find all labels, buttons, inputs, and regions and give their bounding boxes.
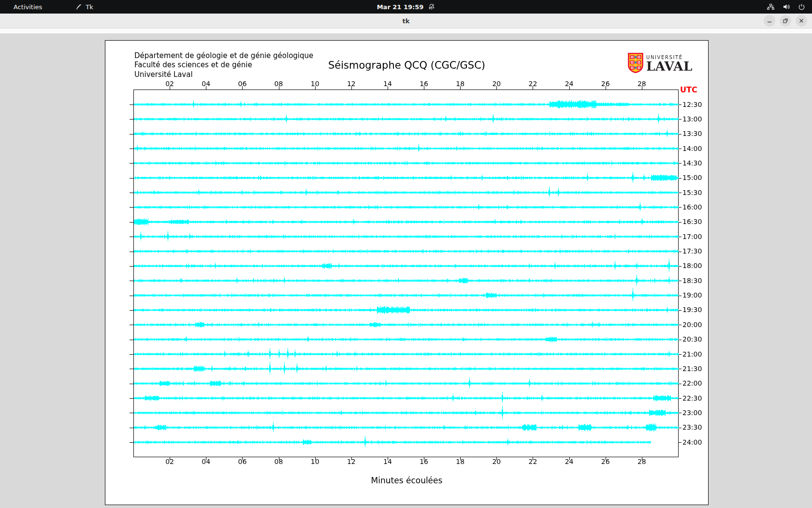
top-axis-tick-label: 24 — [565, 80, 574, 88]
right-axis-time-label: 20:30 — [682, 335, 702, 343]
top-axis-tick-label: 04 — [202, 80, 210, 88]
tk-window-body: Département de géologie et de génie géol… — [0, 29, 812, 508]
system-status-area[interactable]: ? — [767, 0, 805, 14]
bottom-axis-tick-label: 20 — [492, 458, 501, 465]
top-axis-tick-label: 12 — [347, 80, 356, 88]
top-axis-tick-label: 18 — [456, 80, 464, 88]
bottom-axis-tick-label: 10 — [311, 458, 319, 465]
right-axis-time-label: 18:00 — [682, 262, 702, 269]
top-axis-tick-label: 16 — [420, 80, 428, 88]
right-axis-time-label: 21:00 — [682, 350, 702, 358]
right-axis-time-label: 23:30 — [682, 423, 702, 431]
right-axis-time-label: 15:30 — [682, 189, 702, 196]
laval-wordmark: UNIVERSITÉ LAVAL — [646, 53, 693, 73]
window-controls — [764, 15, 807, 27]
restore-button[interactable] — [780, 15, 791, 27]
minimize-button[interactable] — [764, 15, 775, 27]
bottom-axis-tick-label: 14 — [383, 458, 392, 465]
right-axis-time-label: 22:30 — [682, 394, 702, 402]
laval-shield-icon — [628, 53, 643, 75]
x-axis-title: Minutes écoulées — [105, 476, 708, 485]
right-axis-time-label: 19:00 — [682, 291, 702, 299]
bottom-axis-tick-label: 06 — [238, 458, 246, 465]
bottom-axis-tick-label: 26 — [601, 458, 610, 465]
right-axis-time-label: 12:30 — [682, 101, 702, 108]
volume-icon — [783, 3, 790, 11]
window-title: tk — [0, 14, 812, 29]
svg-text:?: ? — [772, 5, 774, 9]
right-axis-time-label: 18:30 — [682, 277, 702, 284]
top-axis-tick-label: 10 — [311, 80, 319, 88]
right-axis-time-label: 23:00 — [682, 409, 702, 417]
top-axis-tick-label: 06 — [238, 80, 246, 88]
right-axis-time-label: 17:00 — [682, 233, 702, 240]
top-axis-tick-label: 22 — [529, 80, 537, 88]
seismograph-canvas: Département de géologie et de génie géol… — [105, 40, 709, 505]
right-axis-time-label: 19:30 — [682, 306, 702, 314]
clock-text: Mar 21 19:59 — [377, 3, 424, 11]
right-axis-time-label: 16:00 — [682, 203, 702, 211]
top-axis-tick-label: 26 — [601, 80, 610, 88]
right-axis-time-label: 24:00 — [682, 438, 702, 446]
right-axis-time-label: 14:00 — [682, 145, 702, 152]
bottom-axis-tick-label: 28 — [638, 458, 646, 465]
top-axis-tick-label: 14 — [383, 80, 392, 88]
top-axis-tick-label: 02 — [165, 80, 174, 88]
network-icon: ? — [767, 3, 775, 11]
right-axis-time-label: 22:00 — [682, 379, 702, 387]
utc-axis-label: UTC — [680, 85, 697, 94]
power-icon — [798, 3, 805, 11]
top-axis-tick-label: 08 — [275, 80, 283, 88]
gnome-top-bar: Activities Tk Mar 21 19:59 ? — [0, 0, 812, 14]
window-titlebar[interactable]: tk — [0, 14, 812, 29]
bottom-axis-tick-label: 12 — [347, 458, 356, 465]
right-axis-time-label: 14:30 — [682, 159, 702, 167]
right-axis-time-label: 16:30 — [682, 218, 702, 225]
right-axis-time-label: 21:30 — [682, 365, 702, 373]
right-axis-time-label: 20:00 — [682, 321, 702, 329]
bottom-axis-tick-label: 18 — [456, 458, 464, 465]
notifications-muted-icon — [428, 3, 435, 10]
universite-laval-logo: UNIVERSITÉ LAVAL — [628, 53, 693, 75]
chart-title: Séismographe QCQ (CGC/GSC) — [105, 60, 708, 71]
right-axis-time-label: 13:00 — [682, 115, 702, 123]
window-body-top-strip — [0, 29, 812, 34]
bottom-axis-tick-label: 16 — [420, 458, 428, 465]
right-axis-time-label: 17:30 — [682, 247, 702, 255]
top-axis-tick-label: 20 — [492, 80, 501, 88]
institution-line-3: Université Laval — [134, 70, 313, 79]
right-axis-time-label: 13:30 — [682, 130, 702, 137]
logo-laval-text: LAVAL — [646, 60, 693, 73]
bottom-axis-tick-label: 08 — [275, 458, 283, 465]
clock-menu[interactable]: Mar 21 19:59 — [0, 0, 812, 14]
seismogram-plot — [105, 41, 707, 504]
right-axis-time-label: 15:00 — [682, 174, 702, 181]
bottom-axis-tick-label: 24 — [565, 458, 574, 465]
bottom-axis-tick-label: 02 — [165, 458, 174, 465]
bottom-axis-tick-label: 22 — [529, 458, 537, 465]
top-axis-tick-label: 28 — [638, 80, 646, 88]
close-button[interactable] — [796, 15, 807, 27]
bottom-axis-tick-label: 04 — [202, 458, 210, 465]
